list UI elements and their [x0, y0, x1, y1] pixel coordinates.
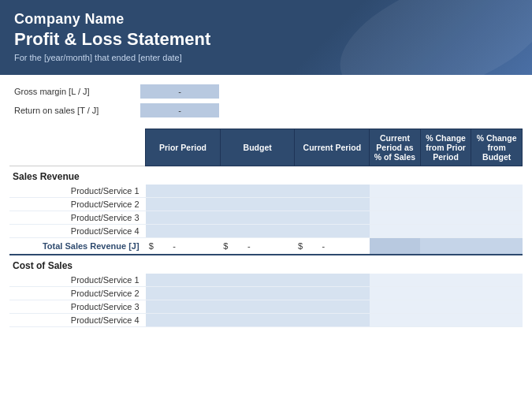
- product4-chg-budget: [471, 225, 523, 238]
- cos-product1-chg-budget: [471, 274, 523, 287]
- table-row: Product/Service 1: [9, 274, 523, 287]
- total-sales-current: $ -: [295, 238, 370, 255]
- label-col-header: [9, 129, 146, 166]
- product1-current[interactable]: [295, 184, 370, 198]
- column-header-row: Prior Period Budget Current Period Curre…: [9, 129, 523, 166]
- product2-pct-sales: [370, 198, 421, 211]
- cos-product2-prior[interactable]: [146, 287, 221, 300]
- total-sales-chg-prior: [420, 238, 471, 255]
- cos-product1-pct-sales: [370, 274, 421, 287]
- product3-chg-prior: [420, 211, 471, 225]
- product3-current[interactable]: [295, 211, 370, 225]
- cos-product1-budget[interactable]: [220, 274, 295, 287]
- product3-chg-budget: [471, 211, 523, 225]
- return-on-sales-value[interactable]: -: [140, 103, 219, 117]
- total-sales-chg-budget: [471, 238, 523, 255]
- table-row: Product/Service 1: [9, 184, 523, 198]
- gross-margin-value[interactable]: -: [140, 84, 219, 99]
- cos-product2-pct-sales: [370, 287, 421, 300]
- financial-table-container: Prior Period Budget Current Period Curre…: [0, 129, 532, 327]
- cos-product4-pct-sales: [370, 314, 421, 327]
- return-on-sales-row: Return on sales [T / J] -: [14, 103, 518, 117]
- cos-product1-current[interactable]: [295, 274, 370, 287]
- gross-margin-row: Gross margin [L / J] -: [14, 84, 518, 99]
- table-row: Product/Service 2: [9, 287, 523, 300]
- product1-budget[interactable]: [220, 184, 295, 198]
- product1-chg-budget: [471, 184, 523, 198]
- company-name: Company Name: [14, 11, 518, 28]
- table-row: Product/Service 4: [9, 225, 523, 238]
- summary-metrics: Gross margin [L / J] - Return on sales […: [0, 75, 532, 129]
- cos-product1-prior[interactable]: [146, 274, 221, 287]
- product1-pct-sales: [370, 184, 421, 198]
- product4-label: Product/Service 4: [9, 225, 146, 238]
- product2-current[interactable]: [295, 198, 370, 211]
- cos-product4-chg-budget: [471, 314, 523, 327]
- change-prior-period-header: % Change from Prior Period: [420, 129, 471, 166]
- return-on-sales-label: Return on sales [T / J]: [14, 106, 140, 115]
- cos-product2-current[interactable]: [295, 287, 370, 300]
- product4-budget[interactable]: [220, 225, 295, 238]
- cos-product3-chg-prior: [420, 300, 471, 314]
- change-budget-header: % Change from Budget: [471, 129, 523, 166]
- table-row: Product/Service 3: [9, 300, 523, 314]
- cos-product2-label: Product/Service 2: [9, 287, 146, 300]
- cos-product1-chg-prior: [420, 274, 471, 287]
- page-header: Company Name Profit & Loss Statement For…: [0, 0, 532, 75]
- cos-product4-chg-prior: [420, 314, 471, 327]
- cos-product4-label: Product/Service 4: [9, 314, 146, 327]
- cos-product3-prior[interactable]: [146, 300, 221, 314]
- report-subtitle: For the [year/month] that ended [enter d…: [14, 53, 518, 62]
- product2-chg-budget: [471, 198, 523, 211]
- cos-product4-budget[interactable]: [220, 314, 295, 327]
- budget-header: Budget: [220, 129, 295, 166]
- cos-product3-chg-budget: [471, 300, 523, 314]
- cos-product3-current[interactable]: [295, 300, 370, 314]
- product2-label: Product/Service 2: [9, 198, 146, 211]
- cos-product2-chg-prior: [420, 287, 471, 300]
- product3-prior[interactable]: [146, 211, 221, 225]
- cos-product1-label: Product/Service 1: [9, 274, 146, 287]
- total-sales-revenue-row: Total Sales Revenue [J] $ - $ - $ -: [9, 238, 523, 255]
- product1-prior[interactable]: [146, 184, 221, 198]
- cost-of-sales-section-header: Cost of Sales: [9, 255, 523, 274]
- product2-prior[interactable]: [146, 198, 221, 211]
- profit-loss-table: Prior Period Budget Current Period Curre…: [9, 129, 523, 327]
- current-period-pct-header: Current Period as % of Sales: [370, 129, 421, 166]
- cos-product3-pct-sales: [370, 300, 421, 314]
- current-period-header: Current Period: [295, 129, 370, 166]
- table-row: Product/Service 3: [9, 211, 523, 225]
- product4-current[interactable]: [295, 225, 370, 238]
- cost-of-sales-title: Cost of Sales: [9, 255, 523, 274]
- prior-period-header: Prior Period: [146, 129, 221, 166]
- product3-label: Product/Service 3: [9, 211, 146, 225]
- cos-product2-chg-budget: [471, 287, 523, 300]
- total-sales-pct: [370, 238, 421, 255]
- product4-chg-prior: [420, 225, 471, 238]
- cos-product3-budget[interactable]: [220, 300, 295, 314]
- gross-margin-label: Gross margin [L / J]: [14, 87, 140, 96]
- sales-revenue-section-header: Sales Revenue: [9, 166, 523, 185]
- product3-budget[interactable]: [220, 211, 295, 225]
- total-sales-prior: $ -: [146, 238, 221, 255]
- product1-label: Product/Service 1: [9, 184, 146, 198]
- product2-budget[interactable]: [220, 198, 295, 211]
- product2-chg-prior: [420, 198, 471, 211]
- report-title: Profit & Loss Statement: [14, 29, 518, 50]
- product1-chg-prior: [420, 184, 471, 198]
- cos-product4-prior[interactable]: [146, 314, 221, 327]
- table-row: Product/Service 2: [9, 198, 523, 211]
- product3-pct-sales: [370, 211, 421, 225]
- sales-revenue-title: Sales Revenue: [9, 166, 523, 185]
- cos-product3-label: Product/Service 3: [9, 300, 146, 314]
- cos-product2-budget[interactable]: [220, 287, 295, 300]
- cos-product4-current[interactable]: [295, 314, 370, 327]
- total-sales-budget: $ -: [220, 238, 295, 255]
- table-row: Product/Service 4: [9, 314, 523, 327]
- product4-pct-sales: [370, 225, 421, 238]
- product4-prior[interactable]: [146, 225, 221, 238]
- total-sales-label: Total Sales Revenue [J]: [9, 238, 146, 255]
